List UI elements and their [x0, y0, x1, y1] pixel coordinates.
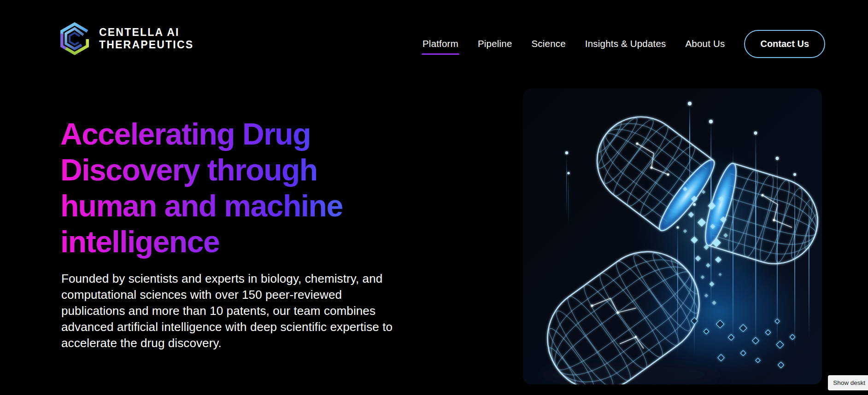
brand-name-line2: THERAPEUTICS — [99, 39, 194, 51]
main-nav: Platform Pipeline Science Insights & Upd… — [422, 29, 825, 58]
page: CENTELLA AI THERAPEUTICS Platform Pipeli… — [0, 0, 868, 395]
show-desktop-tooltip: Show deskt — [828, 375, 868, 390]
contact-us-button[interactable]: Contact Us — [744, 30, 825, 58]
header: CENTELLA AI THERAPEUTICS Platform Pipeli… — [0, 0, 868, 87]
hero-headline-line1: Accelerating Drug — [60, 116, 383, 152]
brand-hexagon-icon — [59, 21, 91, 57]
brand-name-line1: CENTELLA AI — [99, 26, 194, 39]
hero-headline-line3: human and machine — [60, 188, 383, 224]
nav-item-platform[interactable]: Platform — [422, 38, 458, 49]
hero-headline-line2: Discovery through — [60, 152, 383, 188]
brand-logo[interactable]: CENTELLA AI THERAPEUTICS — [59, 21, 194, 57]
nav-item-pipeline[interactable]: Pipeline — [478, 38, 512, 49]
hero-capsules-image — [523, 88, 822, 384]
hero-headline: Accelerating Drug Discovery through huma… — [60, 116, 383, 260]
brand-name: CENTELLA AI THERAPEUTICS — [99, 26, 194, 51]
nav-item-insights-updates[interactable]: Insights & Updates — [585, 38, 666, 49]
hero-headline-line4: intelligence — [60, 224, 383, 260]
nav-item-science[interactable]: Science — [531, 38, 565, 49]
hero-paragraph: Founded by scientists and experts in bio… — [61, 271, 406, 351]
nav-item-about-us[interactable]: About Us — [686, 38, 725, 49]
wireframe-capsules-art — [523, 88, 822, 384]
